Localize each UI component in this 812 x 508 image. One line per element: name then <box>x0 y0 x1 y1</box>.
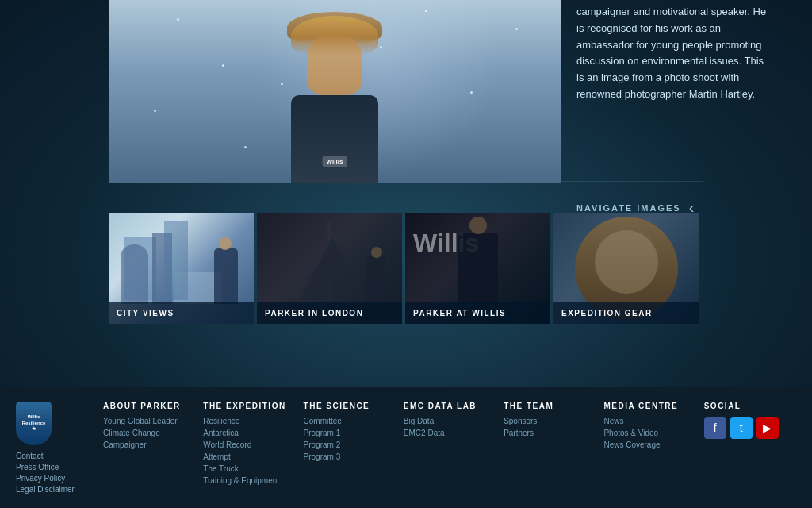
media-coverage[interactable]: News Coverage <box>603 441 688 449</box>
media-title: MEDIA CENTRE <box>603 402 688 410</box>
person-head <box>307 32 362 95</box>
exp-resilience[interactable]: Resilience <box>203 417 287 425</box>
footer-contact-link[interactable]: Contact <box>16 452 43 460</box>
footer-legal-link[interactable]: Legal Disclaimer <box>16 485 75 494</box>
thumbnails-container: CITY VIEWS PARKER IN LONDON Willis PARKE… <box>109 213 703 324</box>
logo-badge: WillisResilience★ <box>16 402 52 445</box>
footer-emc: EMC DATA LAB Big Data EMC2 Data <box>396 402 496 496</box>
footer-logo-section: WillisResilience★ Contact Press Office P… <box>16 402 95 496</box>
emc-title: EMC DATA LAB <box>404 402 488 410</box>
hero-description-text: campaigner and motivational speaker. He … <box>576 4 767 103</box>
social-title: SOCIAL <box>704 402 788 410</box>
exp-world-record[interactable]: World Record <box>203 441 287 449</box>
person-jacket <box>291 95 378 183</box>
footer-expedition: THE EXPEDITION Resilience Antarctica Wor… <box>195 402 295 496</box>
hero-description-panel: campaigner and motivational speaker. He … <box>561 0 783 183</box>
about-campaigner[interactable]: Campaigner <box>103 441 187 449</box>
footer-social: SOCIAL f t ▶ <box>696 402 796 496</box>
media-photos[interactable]: Photos & Video <box>603 429 688 437</box>
emc-emc2-data[interactable]: EMC2 Data <box>404 429 488 437</box>
sci-program1[interactable]: Program 1 <box>304 429 388 437</box>
navigate-label: NAVIGATE IMAGES <box>576 203 681 213</box>
thumbnail-parker-willis[interactable]: Willis PARKER AT WILLIS <box>405 213 550 324</box>
exp-training[interactable]: Training & Equipment <box>203 476 287 485</box>
emc-big-data[interactable]: Big Data <box>404 417 488 425</box>
team-title: THE TEAM <box>504 402 588 410</box>
footer: WillisResilience★ Contact Press Office P… <box>0 387 812 508</box>
team-sponsors[interactable]: Sponsors <box>504 417 588 425</box>
footer-science: THE SCIENCE Committee Program 1 Program … <box>296 402 396 496</box>
thumbnail-city-views[interactable]: CITY VIEWS <box>109 213 254 324</box>
expedition-title: THE EXPEDITION <box>203 402 287 410</box>
youtube-icon[interactable]: ▶ <box>756 417 779 439</box>
hero-image <box>109 0 561 183</box>
logo-text: WillisResilience★ <box>22 414 46 433</box>
sci-committee[interactable]: Committee <box>304 417 388 425</box>
team-partners[interactable]: Partners <box>504 429 588 437</box>
facebook-icon[interactable]: f <box>704 417 726 439</box>
footer-about-parker: ABOUT PARKER Young Global Leader Climate… <box>95 402 195 496</box>
sci-program3[interactable]: Program 3 <box>304 452 388 461</box>
social-icons-container: f t ▶ <box>704 417 788 439</box>
thumb-london-label: PARKER IN LONDON <box>257 302 402 324</box>
footer-media: MEDIA CENTRE News Photos & Video News Co… <box>596 402 695 496</box>
science-title: THE SCIENCE <box>304 402 388 410</box>
thumbnail-parker-london[interactable]: PARKER IN LONDON <box>257 213 402 324</box>
about-climate-change[interactable]: Climate Change <box>103 429 187 437</box>
exp-attempt[interactable]: Attempt <box>203 452 287 461</box>
exp-antarctica[interactable]: Antarctica <box>203 429 287 437</box>
exp-truck[interactable]: The Truck <box>203 464 287 473</box>
hero-image-container <box>109 0 561 183</box>
thumb-gear-label: EXPEDITION GEAR <box>553 302 699 324</box>
thumb-willis-label: PARKER AT WILLIS <box>405 302 550 324</box>
twitter-icon[interactable]: t <box>730 417 753 439</box>
about-young-leader[interactable]: Young Global Leader <box>103 417 187 425</box>
thumbnail-expedition-gear[interactable]: EXPEDITION GEAR <box>553 213 699 324</box>
about-parker-title: ABOUT PARKER <box>103 402 187 410</box>
media-news[interactable]: News <box>603 417 688 425</box>
thumb-city-label: CITY VIEWS <box>109 302 254 324</box>
footer-team: THE TEAM Sponsors Partners <box>496 402 596 496</box>
sci-program2[interactable]: Program 2 <box>304 441 388 449</box>
footer-privacy-link[interactable]: Privacy Policy <box>16 474 65 483</box>
hero-person-figure <box>279 32 390 183</box>
hero-section: campaigner and motivational speaker. He … <box>0 0 812 183</box>
footer-press-link[interactable]: Press Office <box>16 463 59 471</box>
